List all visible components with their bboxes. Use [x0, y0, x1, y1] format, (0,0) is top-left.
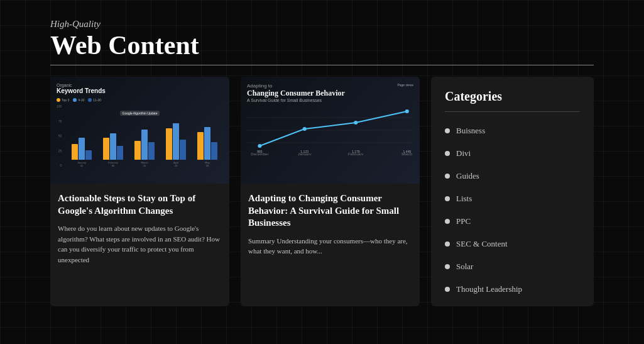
bullet-dot: [445, 219, 450, 224]
category-label: Lists: [456, 194, 472, 204]
sidebar: Categories Buisness Divi Guides Lists PP…: [431, 77, 594, 306]
header-subtitle: High-Quality: [50, 19, 594, 30]
card-2-image: Adapting to Changing Consumer Behavior A…: [241, 77, 420, 184]
header-section: High-Quality Web Content: [50, 19, 594, 65]
page-container: High-Quality Web Content Organic Keyword…: [0, 0, 644, 344]
adapting-label: Adapting to: [247, 83, 345, 89]
category-item[interactable]: PPC: [445, 210, 580, 233]
category-label: Buisness: [456, 126, 485, 136]
card-1-title: Actionable Steps to Stay on Top of Googl…: [58, 192, 222, 217]
bullet-dot: [445, 151, 450, 156]
survival-guide-subtitle: A Survival Guide for Small Businesses: [247, 98, 345, 103]
category-item[interactable]: Lists: [445, 187, 580, 210]
header-title: Web Content: [50, 31, 594, 60]
sidebar-title: Categories: [445, 89, 580, 112]
svg-text:1,123: 1,123: [300, 150, 308, 153]
chart-legend: Top 3 4-10 11-20: [57, 98, 223, 102]
category-label: PPC: [456, 216, 471, 226]
category-label: Solar: [456, 262, 473, 272]
category-label: SEC & Content: [456, 239, 508, 249]
card-1[interactable]: Organic Keyword Trends Top 3 4-10 11-20 …: [50, 77, 229, 306]
svg-point-6: [405, 109, 409, 113]
category-item[interactable]: Buisness: [445, 119, 580, 142]
page-views-label: Page views: [397, 83, 413, 87]
card-2-content: Adapting to Changing Consumer Behavior: …: [241, 184, 420, 306]
keyword-trends-title: Keyword Trends: [57, 87, 223, 94]
card-1-image: Organic Keyword Trends Top 3 4-10 11-20 …: [50, 77, 229, 184]
bullet-dot: [445, 264, 450, 269]
category-item[interactable]: Guides: [445, 165, 580, 187]
bullet-dot: [445, 196, 450, 201]
category-item[interactable]: Thought Leadership: [445, 278, 580, 301]
header-divider: [50, 65, 594, 65]
category-item[interactable]: Divi: [445, 142, 580, 165]
svg-text:865: 865: [257, 150, 263, 153]
svg-text:1,449: 1,449: [403, 150, 411, 153]
svg-point-3: [258, 144, 261, 148]
bullet-dot: [445, 287, 450, 292]
category-label: Thought Leadership: [456, 284, 522, 294]
svg-text:1,179: 1,179: [352, 150, 360, 153]
svg-point-4: [303, 127, 307, 131]
bullet-dot: [445, 241, 450, 247]
content-area: Organic Keyword Trends Top 3 4-10 11-20 …: [50, 77, 594, 306]
card-2-excerpt: Summary Understanding your consumers—who…: [248, 236, 412, 257]
changing-consumer-title: Changing Consumer Behavior: [247, 89, 345, 97]
bullet-dot: [445, 128, 450, 133]
organic-label: Organic: [57, 83, 223, 87]
category-item[interactable]: SEC & Content: [445, 233, 580, 255]
bullet-dot: [445, 174, 450, 179]
category-label: Guides: [456, 171, 479, 181]
line-chart-svg: December January February March 865 1,12…: [247, 105, 413, 155]
category-item[interactable]: Solar: [445, 255, 580, 278]
card-2-title: Adapting to Changing Consumer Behavior: …: [248, 192, 412, 230]
category-list: Buisness Divi Guides Lists PPC SEC & Con…: [445, 119, 580, 301]
card-1-content: Actionable Steps to Stay on Top of Googl…: [50, 184, 229, 306]
card-2[interactable]: Adapting to Changing Consumer Behavior A…: [241, 77, 420, 306]
category-label: Divi: [456, 148, 471, 158]
bar-chart: 100 75 50 25 0: [57, 104, 223, 167]
card-1-excerpt: Where do you learn about new updates to …: [58, 223, 222, 265]
svg-point-5: [354, 121, 357, 125]
